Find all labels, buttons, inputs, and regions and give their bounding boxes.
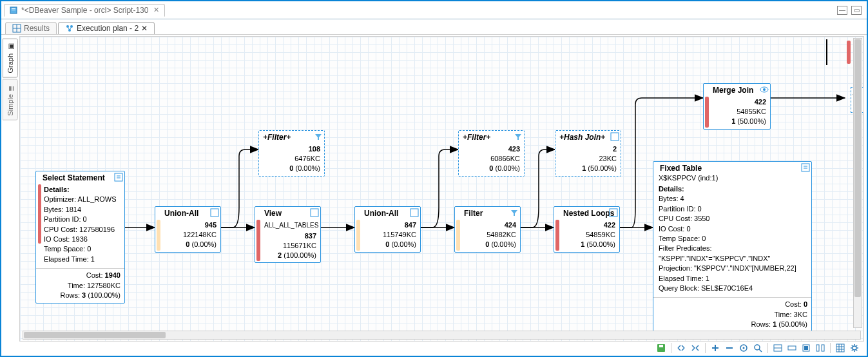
node-union-all-2[interactable]: Union-All 847 115749KC 0 (0.00%): [354, 206, 421, 253]
plan-toolbar: [19, 342, 864, 354]
node-title: Select Statement: [36, 171, 124, 184]
side-tab-simple[interactable]: Simple ≣: [3, 79, 18, 121]
view-icon[interactable]: [760, 85, 769, 94]
edge-stub: [826, 39, 827, 65]
expand-icon[interactable]: [610, 132, 619, 141]
expand-icon[interactable]: [410, 208, 419, 217]
layout-compact-button[interactable]: [786, 342, 798, 354]
svg-point-22: [763, 88, 766, 91]
zoom-fit-button[interactable]: [752, 342, 764, 354]
svg-rect-39: [804, 346, 808, 350]
node-fixed-table[interactable]: Fixed Table X$KSPPCV (ind:1) Details: By…: [653, 161, 812, 333]
svg-point-33: [755, 345, 760, 350]
svg-rect-19: [611, 133, 619, 140]
node-union-all-1[interactable]: Union-All 945 122148KC 0 (0.00%): [155, 206, 221, 253]
svg-rect-10: [115, 173, 122, 181]
node-view[interactable]: View ALL_ALL_TABLES 837 115671KC 2 (100.…: [255, 206, 321, 263]
node-hash-join-collapsed[interactable]: +Hash Join+ 2 23KC 1 (50.00%): [555, 130, 621, 177]
expand-icon[interactable]: [310, 208, 319, 217]
zoom-in-button[interactable]: [709, 342, 721, 354]
grid-toggle-button[interactable]: [834, 342, 846, 354]
svg-rect-13: [211, 209, 218, 217]
svg-marker-18: [511, 210, 517, 216]
tab-results[interactable]: Results: [5, 22, 57, 34]
svg-rect-42: [836, 344, 844, 352]
side-tab-graph[interactable]: Graph ▣: [3, 39, 18, 78]
cost-bar: [555, 220, 559, 251]
svg-rect-2: [12, 10, 15, 10]
separator: [705, 343, 706, 353]
cost-bar: [456, 220, 460, 251]
node-filter[interactable]: Filter 424 54882KC 0 (0.00%): [454, 206, 521, 253]
svg-marker-14: [315, 134, 322, 140]
svg-marker-17: [515, 134, 521, 140]
execution-plan-canvas[interactable]: Select Statement Details: Optimizer: ALL…: [19, 36, 864, 342]
editor-tab-title: *<DBeaver Sample - orcl> Script-130: [21, 6, 148, 15]
save-button[interactable]: [655, 342, 667, 354]
svg-rect-40: [816, 345, 819, 351]
layout-node-button[interactable]: [800, 342, 812, 354]
settings-button[interactable]: [849, 342, 860, 354]
horizontal-scrollbar[interactable]: [23, 331, 861, 340]
side-tab-graph-label: Graph: [6, 53, 14, 73]
layout-columns-button[interactable]: [815, 342, 826, 354]
tab-execution-plan[interactable]: Execution plan - 2 ✕: [58, 22, 155, 34]
cost-bar: [705, 97, 709, 128]
filter-icon: [314, 132, 323, 141]
list-icon: ≣: [6, 84, 14, 92]
cost-bar: [847, 41, 851, 64]
grid-icon: [12, 24, 21, 33]
vertical-scrollbar[interactable]: [853, 38, 862, 328]
cost-bar: [157, 220, 160, 251]
separator: [671, 343, 671, 353]
plan-icon: [65, 24, 74, 33]
svg-point-32: [743, 347, 745, 349]
filter-icon: [510, 208, 519, 217]
svg-rect-1: [12, 8, 15, 9]
svg-rect-41: [822, 345, 824, 351]
zoom-reset-button[interactable]: [738, 342, 749, 354]
svg-rect-37: [788, 346, 796, 350]
zoom-out-button[interactable]: [724, 342, 735, 354]
expand-icon[interactable]: [801, 163, 810, 172]
node-title: Fixed Table: [653, 162, 811, 174]
svg-rect-20: [610, 209, 617, 217]
svg-rect-23: [802, 164, 809, 171]
scrollbar-thumb[interactable]: [24, 332, 166, 338]
expand-icon[interactable]: [114, 173, 123, 182]
scrollbar-thumb[interactable]: [854, 39, 861, 297]
separator: [767, 343, 768, 353]
sql-script-icon: [10, 6, 19, 15]
collapse-all-button[interactable]: [690, 342, 701, 354]
svg-rect-16: [410, 209, 418, 217]
editor-tab[interactable]: *<DBeaver Sample - orcl> Script-130 ✕: [4, 4, 165, 17]
node-merge-join[interactable]: Merge Join 422 54855KC 1 (50.00%): [703, 83, 771, 130]
node-nested-loops[interactable]: Nested Loops 422 54859KC 1 (50.00%): [554, 206, 620, 253]
node-filter-collapsed-1[interactable]: +Filter+ 108 6476KC 0 (0.00%): [258, 130, 325, 177]
minimize-button[interactable]: —: [837, 6, 847, 15]
expand-icon[interactable]: [609, 208, 618, 217]
svg-rect-27: [659, 345, 663, 347]
cost-bar: [256, 220, 260, 261]
separator: [830, 343, 831, 353]
node-select-statement[interactable]: Select Statement Details: Optimizer: ALL…: [35, 171, 125, 304]
svg-rect-15: [311, 209, 318, 217]
svg-point-47: [853, 346, 856, 350]
graph-icon: ▣: [6, 43, 14, 51]
expand-icon[interactable]: [210, 208, 219, 217]
tab-plan-label: Execution plan - 2: [77, 24, 139, 33]
expand-all-button[interactable]: [675, 342, 687, 354]
maximize-button[interactable]: ▭: [851, 6, 862, 15]
side-tab-simple-label: Simple: [6, 94, 14, 116]
node-filter-collapsed-2[interactable]: +Filter+ 423 60866KC 0 (0.00%): [458, 130, 525, 177]
cost-bar: [356, 220, 360, 251]
close-icon[interactable]: ✕: [151, 6, 159, 14]
cost-bar: [38, 184, 41, 244]
svg-line-34: [759, 349, 762, 352]
tab-results-label: Results: [24, 24, 50, 33]
filter-icon: [514, 132, 523, 141]
layout-horizontal-button[interactable]: [772, 342, 784, 354]
close-icon[interactable]: ✕: [141, 24, 148, 33]
